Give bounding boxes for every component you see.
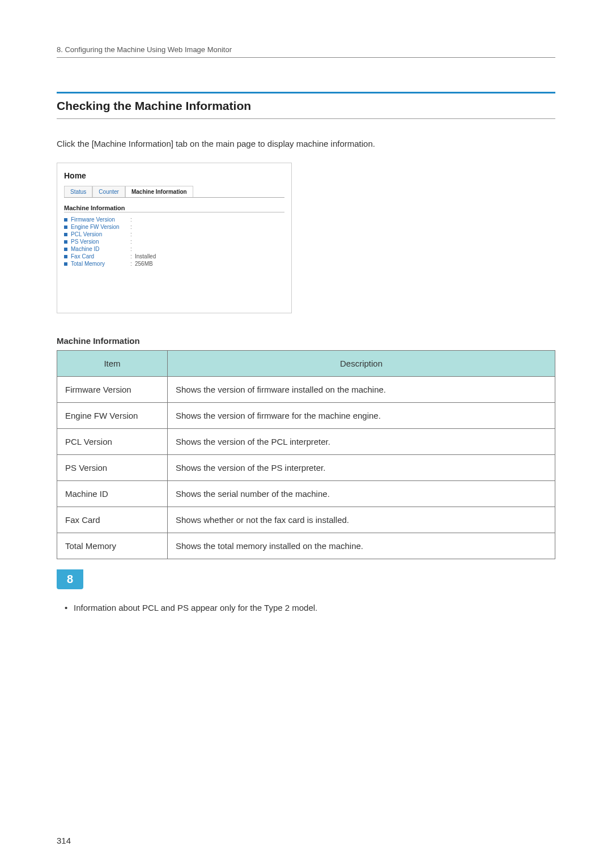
screenshot-row-label: Machine ID xyxy=(71,246,130,252)
screenshot-row-sep: : xyxy=(130,231,135,237)
screenshot-panel: Home Status Counter Machine Information … xyxy=(57,163,292,313)
table-row: PS VersionShows the version of the PS in… xyxy=(57,455,555,481)
screenshot-row-label: PS Version xyxy=(71,239,130,245)
intro-text: Click the [Machine Information] tab on t… xyxy=(57,139,555,148)
screenshot-row: PCL Version: xyxy=(64,231,284,238)
tab-status[interactable]: Status xyxy=(64,186,92,197)
table-row: Fax CardShows whether or not the fax car… xyxy=(57,507,555,533)
screenshot-row-value: Installed xyxy=(135,253,156,259)
screenshot-rows: Firmware Version:Engine FW Version:PCL V… xyxy=(64,216,284,267)
bullet-icon xyxy=(64,240,67,244)
table-cell-item: Fax Card xyxy=(57,507,168,533)
note-text: Information about PCL and PS appear only… xyxy=(57,603,555,612)
screenshot-row-label: Engine FW Version xyxy=(71,224,130,230)
table-cell-description: Shows the serial number of the machine. xyxy=(168,481,555,507)
screenshot-row-label: PCL Version xyxy=(71,231,130,237)
screenshot-row-label: Firmware Version xyxy=(71,216,130,223)
table-cell-item: PS Version xyxy=(57,455,168,481)
bullet-icon xyxy=(64,233,67,236)
screenshot-tabs: Status Counter Machine Information xyxy=(64,186,284,198)
table-cell-description: Shows whether or not the fax card is ins… xyxy=(168,507,555,533)
table-row: Engine FW VersionShows the version of fi… xyxy=(57,403,555,429)
screenshot-row-sep: : xyxy=(130,216,135,223)
screenshot-row-label: Fax Card xyxy=(71,253,130,259)
bullet-icon xyxy=(64,218,67,222)
screenshot-row-label: Total Memory xyxy=(71,261,130,267)
table-row: Machine IDShows the serial number of the… xyxy=(57,481,555,507)
screenshot-row: Engine FW Version: xyxy=(64,223,284,231)
table-cell-description: Shows the version of the PCL interpreter… xyxy=(168,429,555,455)
table-cell-description: Shows the total memory installed on the … xyxy=(168,533,555,559)
chapter-tab: 8 xyxy=(57,569,83,589)
screenshot-row-value: 256MB xyxy=(135,261,153,267)
screenshot-row: Total Memory:256MB xyxy=(64,260,284,267)
section-title: Checking the Machine Information xyxy=(57,92,555,119)
screenshot-row-sep: : xyxy=(130,224,135,230)
table-cell-description: Shows the version of the PS interpreter. xyxy=(168,455,555,481)
screenshot-home-label: Home xyxy=(64,171,284,180)
tab-machine-information[interactable]: Machine Information xyxy=(125,186,193,197)
page-number: 314 xyxy=(57,836,71,845)
table-cell-description: Shows the version of firmware installed … xyxy=(168,377,555,403)
screenshot-row-sep: : xyxy=(130,253,135,259)
screenshot-row: PS Version: xyxy=(64,238,284,245)
screenshot-row: Machine ID: xyxy=(64,245,284,253)
screenshot-row: Fax Card:Installed xyxy=(64,253,284,260)
table-cell-item: Total Memory xyxy=(57,533,168,559)
table-row: Total MemoryShows the total memory insta… xyxy=(57,533,555,559)
bullet-icon xyxy=(64,255,67,258)
machine-information-table: Item Description Firmware VersionShows t… xyxy=(57,350,555,559)
screenshot-row: Firmware Version: xyxy=(64,216,284,223)
bullet-icon xyxy=(64,248,67,251)
tab-counter[interactable]: Counter xyxy=(92,186,125,197)
table-cell-item: PCL Version xyxy=(57,429,168,455)
table-row: Firmware VersionShows the version of fir… xyxy=(57,377,555,403)
table-row: PCL VersionShows the version of the PCL … xyxy=(57,429,555,455)
screenshot-row-sep: : xyxy=(130,246,135,252)
table-title: Machine Information xyxy=(57,336,555,346)
table-cell-item: Firmware Version xyxy=(57,377,168,403)
table-cell-description: Shows the version of firmware for the ma… xyxy=(168,403,555,429)
table-cell-item: Machine ID xyxy=(57,481,168,507)
table-header-item: Item xyxy=(57,351,168,377)
bullet-icon xyxy=(64,225,67,229)
screenshot-row-sep: : xyxy=(130,261,135,267)
bullet-icon xyxy=(64,262,67,266)
table-header-description: Description xyxy=(168,351,555,377)
screenshot-row-sep: : xyxy=(130,239,135,245)
page-header: 8. Configuring the Machine Using Web Ima… xyxy=(57,45,555,58)
screenshot-section-header: Machine Information xyxy=(64,205,284,212)
table-cell-item: Engine FW Version xyxy=(57,403,168,429)
